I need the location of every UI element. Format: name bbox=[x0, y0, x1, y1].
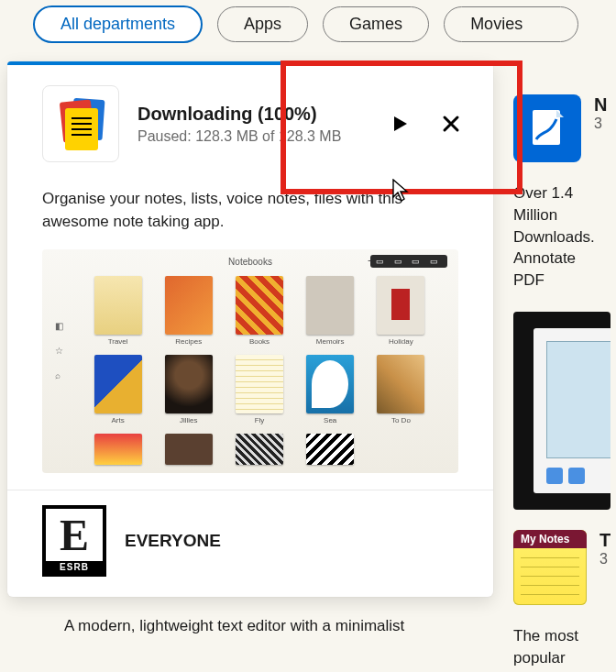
download-title: Downloading (100%) bbox=[138, 104, 368, 125]
tab-games[interactable]: Games bbox=[323, 6, 429, 42]
bookmark-icon: ◧ bbox=[55, 321, 63, 331]
app-screenshot: Notebooks + ▭ ▭ ▭ ▭ ◧ ☆ ⌕ Travel Recipes… bbox=[42, 249, 458, 473]
screenshot-grid: Travel Recipes Books Memoirs Holiday Art… bbox=[51, 270, 449, 465]
screenshot-toolbar: ▭ ▭ ▭ ▭ bbox=[370, 255, 447, 268]
screenshot-title: Notebooks bbox=[228, 257, 272, 267]
side-app-1-title: N bbox=[594, 94, 607, 116]
tile-label: To Do bbox=[391, 416, 411, 424]
side-app-1[interactable]: N 3 bbox=[513, 94, 610, 162]
department-tabs: All departments Apps Games Movies bbox=[0, 0, 616, 61]
rating-letter: E bbox=[60, 513, 89, 557]
rating-section: E ESRB EVERYONE bbox=[7, 490, 493, 597]
tile-label: Sea bbox=[324, 416, 336, 424]
tab-movies[interactable]: Movies bbox=[444, 6, 578, 42]
tile-label: Recipes bbox=[175, 337, 202, 346]
side-app-2[interactable]: My Notes T 3 bbox=[513, 530, 610, 605]
side-app-2-description: The most popular bbox=[513, 625, 610, 669]
side-app-2-sub: 3 bbox=[600, 551, 610, 567]
tile-label: Fly bbox=[255, 416, 265, 424]
side-app-2-title: T bbox=[600, 530, 610, 551]
mynotes-header: My Notes bbox=[513, 530, 587, 548]
tab-apps[interactable]: Apps bbox=[217, 6, 308, 42]
app-icon bbox=[42, 85, 119, 162]
download-status: Paused: 128.3 MB of 128.3 MB bbox=[138, 128, 368, 145]
tab-all-departments[interactable]: All departments bbox=[33, 6, 203, 43]
play-resume-button[interactable] bbox=[387, 111, 412, 137]
side-app-1-screenshot bbox=[513, 312, 610, 510]
tile-label: Holiday bbox=[389, 337, 413, 346]
tile-label: Jillies bbox=[180, 416, 198, 424]
app-description: Organise your notes, lists, voice notes,… bbox=[7, 175, 493, 244]
tile-label: Arts bbox=[111, 416, 124, 424]
side-app-1-description: Over 1.4 Million Downloads. Annotate PDF bbox=[513, 182, 610, 292]
next-card-description: A modern, lightweight text editor with a… bbox=[7, 597, 493, 638]
star-icon: ☆ bbox=[55, 346, 63, 356]
mynotes-icon: My Notes bbox=[513, 530, 587, 605]
search-icon: ⌕ bbox=[55, 370, 63, 380]
side-app-1-sub: 3 bbox=[594, 116, 607, 132]
svg-rect-0 bbox=[533, 110, 560, 145]
pdf-app-icon bbox=[513, 94, 581, 162]
tile-label: Books bbox=[249, 337, 270, 346]
esrb-badge: E ESRB bbox=[42, 505, 106, 577]
rating-org: ESRB bbox=[46, 561, 103, 573]
cancel-button[interactable] bbox=[438, 111, 464, 137]
rating-label: EVERYONE bbox=[125, 531, 221, 551]
tile-label: Travel bbox=[108, 337, 128, 346]
app-card: Downloading (100%) Paused: 128.3 MB of 1… bbox=[7, 61, 493, 597]
tile-label: Memoirs bbox=[316, 337, 345, 346]
